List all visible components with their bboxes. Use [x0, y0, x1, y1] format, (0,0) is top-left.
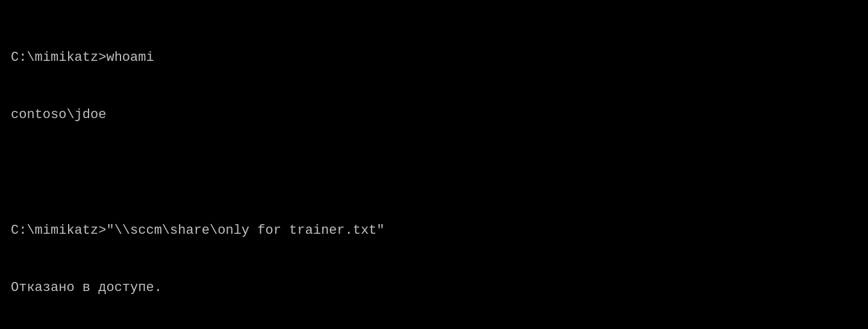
blank-line-1: [11, 163, 857, 183]
terminal-window: C:\mimikatz>whoami contoso\jdoe C:\mimik…: [0, 0, 868, 329]
cmd-share-access: C:\mimikatz>"\\sccm\share\only for train…: [11, 221, 857, 240]
output-access-denied: Отказано в доступе.: [11, 278, 857, 298]
output-whoami: contoso\jdoe: [11, 105, 857, 125]
cmd-whoami: C:\mimikatz>whoami: [11, 48, 857, 67]
